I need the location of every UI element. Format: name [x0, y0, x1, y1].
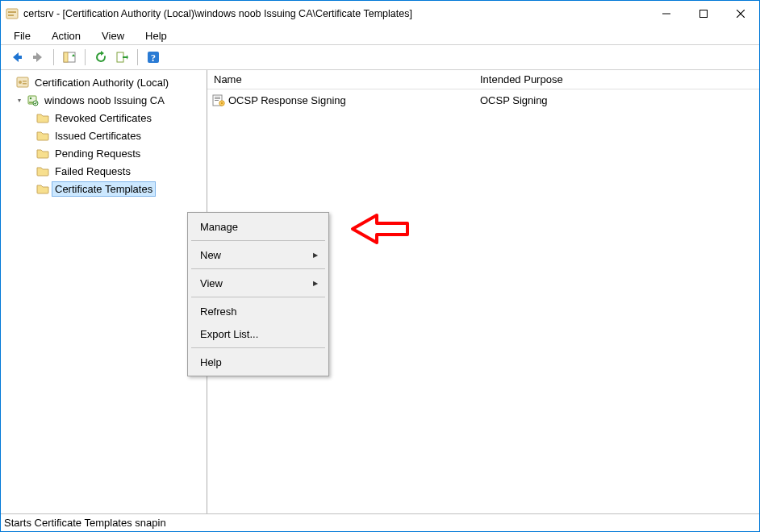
- svg-rect-20: [215, 97, 220, 98]
- list-cell-name: OCSP Response Signing: [228, 94, 346, 106]
- tree-issuing-ca[interactable]: ▾: [2, 91, 205, 109]
- svg-rect-2: [8, 15, 14, 16]
- tree-certificate-templates[interactable]: Certificate Templates: [2, 180, 205, 197]
- context-menu-refresh[interactable]: Refresh: [190, 300, 326, 322]
- svg-rect-22: [215, 100, 219, 101]
- svg-rect-0: [6, 9, 18, 19]
- context-menu-separator: [191, 297, 325, 297]
- folder-icon: [36, 164, 49, 177]
- tree-pending-requests[interactable]: Pending Requests: [2, 144, 205, 162]
- maximize-button[interactable]: [685, 1, 722, 27]
- titlebar: certsrv - [Certification Authority (Loca…: [1, 1, 759, 27]
- folder-icon: [36, 111, 49, 124]
- ca-server-icon: [26, 94, 39, 106]
- statusbar: Starts Certificate Templates snapin: [1, 513, 759, 531]
- menu-help[interactable]: Help: [140, 28, 172, 44]
- tree-root-label: Certification Authority (Local): [32, 76, 171, 89]
- menubar: File Action View Help: [1, 27, 759, 44]
- cert-authority-icon: [16, 76, 29, 89]
- context-menu-view[interactable]: View: [190, 272, 326, 294]
- show-hide-tree-button[interactable]: [60, 48, 79, 67]
- minimize-button[interactable]: [648, 1, 685, 27]
- tree-root-cert-authority[interactable]: Certification Authority (Local): [2, 73, 205, 91]
- svg-point-24: [221, 102, 223, 104]
- main-content: Certification Authority (Local) ▾: [1, 70, 759, 513]
- scope-tree[interactable]: Certification Authority (Local) ▾: [2, 73, 205, 197]
- list-row[interactable]: OCSP Response Signing OCSP Signing: [207, 91, 759, 109]
- context-menu-separator: [191, 268, 325, 269]
- certificate-template-icon: [212, 94, 225, 106]
- svg-rect-4: [700, 10, 708, 18]
- tree-failed-requests[interactable]: Failed Requests: [2, 162, 205, 180]
- chevron-down-icon[interactable]: [4, 77, 15, 88]
- tree-item-label: Revoked Certificates: [52, 111, 154, 125]
- list-body[interactable]: OCSP Response Signing OCSP Signing: [207, 89, 759, 110]
- nav-back-button[interactable]: [7, 48, 27, 67]
- help-button[interactable]: ?: [144, 48, 163, 67]
- column-header-name[interactable]: Name: [207, 71, 474, 88]
- folder-icon: [36, 129, 49, 142]
- nav-forward-button[interactable]: [28, 48, 48, 67]
- context-menu-export-list[interactable]: Export List...: [190, 322, 326, 345]
- folder-icon: [36, 182, 49, 195]
- context-menu-help[interactable]: Help: [190, 351, 326, 373]
- svg-rect-8: [64, 52, 68, 62]
- context-menu-separator: [191, 240, 325, 241]
- list-cell-purpose: OCSP Signing: [474, 94, 759, 106]
- svg-point-13: [19, 81, 22, 84]
- tree-revoked-certificates[interactable]: Revoked Certificates: [2, 109, 205, 127]
- context-menu: Manage New View Refresh Export List... H…: [187, 212, 329, 376]
- app-icon: [6, 7, 19, 20]
- tree-item-label: Issued Certificates: [52, 129, 144, 143]
- chevron-down-icon[interactable]: ▾: [14, 94, 25, 106]
- tree-ca-label: windows noob Issuing CA: [42, 94, 167, 107]
- menu-action[interactable]: Action: [47, 28, 86, 44]
- list-header: Name Intended Purpose: [207, 70, 759, 89]
- tree-issued-certificates[interactable]: Issued Certificates: [2, 127, 205, 144]
- svg-rect-21: [215, 98, 220, 99]
- export-list-button[interactable]: [112, 48, 132, 67]
- tree-item-label: Pending Requests: [52, 147, 143, 160]
- menu-view[interactable]: View: [97, 28, 129, 44]
- svg-text:?: ?: [151, 52, 156, 64]
- svg-rect-1: [8, 11, 16, 13]
- svg-rect-14: [23, 81, 27, 82]
- close-button[interactable]: [722, 1, 759, 27]
- statusbar-text: Starts Certificate Templates snapin: [4, 517, 166, 529]
- app-window: certsrv - [Certification Authority (Loca…: [0, 0, 760, 532]
- svg-rect-9: [117, 52, 123, 62]
- menu-file[interactable]: File: [9, 28, 35, 44]
- column-header-intended-purpose[interactable]: Intended Purpose: [474, 71, 759, 88]
- tree-item-label: Failed Requests: [52, 164, 133, 178]
- svg-rect-15: [23, 83, 27, 85]
- refresh-button[interactable]: [91, 48, 111, 67]
- svg-point-17: [30, 98, 31, 99]
- toolbar: ?: [1, 44, 759, 70]
- context-menu-manage[interactable]: Manage: [190, 215, 326, 238]
- folder-icon: [36, 147, 49, 160]
- tree-item-label: Certificate Templates: [52, 182, 155, 196]
- tree-pane: Certification Authority (Local) ▾: [1, 70, 207, 513]
- window-title: certsrv - [Certification Authority (Loca…: [23, 8, 412, 19]
- context-menu-separator: [191, 347, 325, 348]
- context-menu-new[interactable]: New: [190, 243, 326, 266]
